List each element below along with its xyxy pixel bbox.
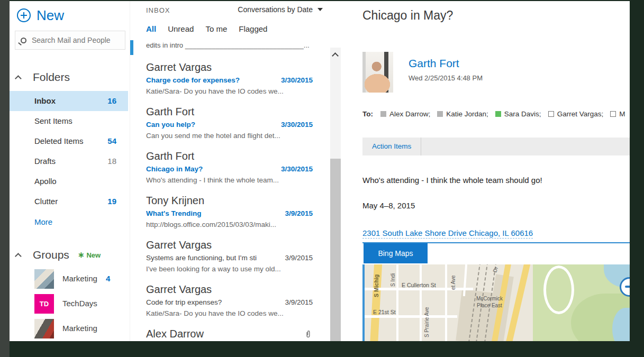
search-input[interactable] bbox=[32, 36, 119, 44]
folder-count: 18 bbox=[107, 151, 116, 171]
sort-dropdown[interactable]: Conversations by Date bbox=[238, 5, 323, 14]
conversation-sender: Garth Fort bbox=[146, 106, 194, 118]
conversation-subject: Code for trip expenses? bbox=[146, 298, 284, 306]
plus-circle-icon bbox=[17, 8, 31, 22]
folders-heading: Folders bbox=[33, 71, 70, 84]
recipient-garret-vargas[interactable]: Garret Vargas; bbox=[548, 110, 604, 118]
message-body-line: Who's attending - I think the whole team… bbox=[362, 176, 542, 185]
conversation-sender: Garret Vargas bbox=[146, 283, 212, 296]
recipient-katie-jordan[interactable]: Katie Jordan; bbox=[437, 110, 488, 118]
recipient-truncated[interactable]: M bbox=[610, 110, 625, 118]
action-items-tab[interactable]: Action Items bbox=[372, 138, 411, 155]
filter-to-me[interactable]: To me bbox=[205, 24, 227, 33]
map-street bbox=[445, 264, 447, 341]
reading-pane: Chicago in May? Garth Fort Wed 2/25/2015… bbox=[344, 1, 630, 341]
conversation-date: 3/9/2015 bbox=[285, 209, 313, 217]
conversation-sender: Garret Vargas bbox=[146, 61, 212, 74]
sent-datetime: Wed 2/25/2015 4:48 PM bbox=[409, 74, 483, 82]
presence-square-icon bbox=[380, 111, 386, 117]
map-street bbox=[396, 264, 398, 341]
filter-flagged[interactable]: Flagged bbox=[239, 24, 267, 33]
folder-label: Deleted Items bbox=[34, 131, 84, 151]
sidebar-item-sent-items[interactable]: Sent Items bbox=[10, 111, 128, 131]
sidebar-group-marketing-1[interactable]: Marketing 4 bbox=[10, 269, 128, 291]
conversation-row-selected[interactable]: Garth Fort Chicago in May? 3/30/2015 Who… bbox=[130, 147, 330, 191]
group-label: Marketing bbox=[62, 274, 104, 283]
map-label-calumet: et Ave bbox=[450, 275, 456, 290]
group-avatar bbox=[34, 269, 54, 289]
sender-name-link[interactable]: Garth Fort bbox=[409, 57, 459, 70]
sidebar-item-drafts[interactable]: Drafts 18 bbox=[10, 151, 128, 171]
presence-square-icon bbox=[437, 111, 443, 117]
map-street bbox=[365, 315, 457, 318]
group-count: 4 bbox=[106, 274, 110, 283]
chevron-down-icon bbox=[318, 8, 323, 11]
map-label-21st: E 21st St bbox=[373, 309, 396, 315]
conversation-date: 3/30/2015 bbox=[281, 121, 313, 129]
conversation-sender: Garth Fort bbox=[146, 150, 194, 162]
conversation-row[interactable]: Alex Darrow bbox=[130, 325, 330, 341]
outlook-mail-app: New Folders Inbox 16 Sent Items Deleted … bbox=[10, 1, 630, 341]
sort-label: Conversations by Date bbox=[238, 5, 313, 14]
map-label-cullerton: E Cullerton St bbox=[402, 282, 436, 288]
folder-count: 16 bbox=[107, 91, 116, 111]
groups-section-header[interactable]: Groups ∗New bbox=[10, 249, 101, 261]
sidebar-item-deleted-items[interactable]: Deleted Items 54 bbox=[10, 131, 128, 151]
sidebar-group-techdays[interactable]: TD TechDays bbox=[10, 294, 128, 316]
address-link[interactable]: 2301 South Lake Shore Drive Chicago, IL … bbox=[362, 228, 533, 239]
conversation-row[interactable]: Garret Vargas Charge code for expenses? … bbox=[130, 58, 330, 103]
filter-unread[interactable]: Unread bbox=[168, 24, 194, 33]
map-label-indiana: S Indi bbox=[390, 273, 396, 287]
groups-heading: Groups bbox=[33, 249, 69, 261]
conversation-date: 3/9/2015 bbox=[285, 254, 313, 262]
conversation-sender: Alex Darrow bbox=[146, 328, 204, 340]
sidebar-group-marketing-2[interactable]: Marketing bbox=[10, 319, 128, 341]
filter-all[interactable]: All bbox=[146, 24, 156, 33]
search-box[interactable] bbox=[15, 31, 125, 50]
conversation-preview: Can you send me the hotel and flight det… bbox=[146, 132, 321, 140]
folder-label: Clutter bbox=[34, 191, 58, 212]
conversation-date: 3/9/2015 bbox=[285, 298, 313, 306]
chevron-up-icon bbox=[15, 253, 22, 260]
new-message-button[interactable]: New bbox=[17, 6, 64, 24]
conversation-subject: Charge code for expenses? bbox=[146, 76, 284, 84]
list-scrollbar[interactable] bbox=[330, 48, 341, 341]
group-avatar bbox=[34, 319, 54, 338]
folder-label: Sent Items bbox=[34, 111, 72, 131]
recipient-alex-darrow[interactable]: Alex Darrow; bbox=[380, 110, 430, 118]
map-label-mccormick: McCormick Place East bbox=[470, 295, 509, 309]
apps-strip: Action Items bbox=[362, 138, 630, 155]
conversation-subject: Can you help? bbox=[146, 121, 284, 129]
conversation-subject: What's Trending bbox=[146, 209, 284, 217]
conversation-preview: I've been looking for a way to use my ol… bbox=[146, 265, 321, 273]
more-folders-link[interactable]: More bbox=[34, 217, 52, 226]
group-label: TechDays bbox=[62, 299, 104, 308]
folders-section-header[interactable]: Folders bbox=[10, 71, 70, 84]
sidebar-item-apollo[interactable]: Apollo bbox=[10, 171, 128, 191]
partial-conversation-item[interactable]: edits in intro _________________________… bbox=[146, 41, 315, 49]
conversation-row[interactable]: Tony Krijnen What's Trending 3/9/2015 ht… bbox=[130, 191, 330, 236]
scrollbar-thumb[interactable] bbox=[330, 159, 341, 341]
recipient-sara-davis[interactable]: Sara Davis; bbox=[495, 110, 541, 118]
sidebar-item-inbox[interactable]: Inbox 16 bbox=[10, 91, 128, 111]
bing-maps-tab[interactable]: Bing Maps bbox=[364, 243, 428, 263]
presence-square-icon bbox=[495, 111, 501, 117]
list-folder-title: INBOX bbox=[146, 6, 170, 14]
new-button-label: New bbox=[37, 7, 64, 24]
conversation-subject: Chicago in May? bbox=[146, 165, 284, 173]
chevron-up-icon bbox=[15, 75, 22, 82]
conversation-row[interactable]: Garret Vargas Code for trip expenses? 3/… bbox=[130, 280, 330, 325]
folder-count: 54 bbox=[107, 131, 116, 151]
starburst-icon: ∗ bbox=[78, 250, 85, 260]
groups-new-badge: ∗New bbox=[78, 250, 101, 260]
conversation-row[interactable]: Garret Vargas Systems are functioning, b… bbox=[130, 236, 330, 280]
scroll-up-arrow-icon[interactable] bbox=[330, 48, 341, 61]
conversation-row[interactable]: Garth Fort Can you help? 3/30/2015 Can y… bbox=[130, 103, 330, 147]
map-canvas[interactable]: S Michig S Indi E Cullerton St et Ave Dr… bbox=[362, 264, 630, 341]
sender-avatar[interactable] bbox=[362, 52, 393, 93]
conversation-sender: Garret Vargas bbox=[146, 239, 212, 251]
window-frame-left bbox=[0, 0, 10, 357]
sidebar-item-clutter[interactable]: Clutter 19 bbox=[10, 191, 128, 212]
paperclip-icon bbox=[305, 330, 311, 338]
recipients-row: To: Alex Darrow; Katie Jordan; Sara Davi… bbox=[362, 110, 630, 118]
